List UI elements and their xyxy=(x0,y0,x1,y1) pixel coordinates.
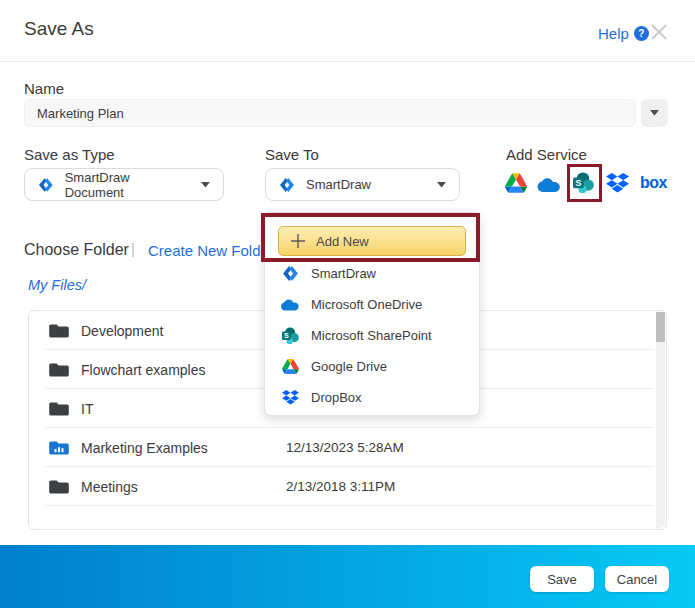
menu-item-label: SmartDraw xyxy=(311,266,376,281)
choose-folder-label: Choose Folder xyxy=(24,241,129,259)
menu-item-onedrive[interactable]: Microsoft OneDrive xyxy=(278,289,471,320)
menu-item-label: DropBox xyxy=(311,390,362,405)
breadcrumb[interactable]: My Files/ xyxy=(28,277,86,293)
dropbox-icon[interactable] xyxy=(606,173,629,193)
folder-row-marketing-examples[interactable]: Marketing Examples 12/13/2023 5:28AM xyxy=(29,428,666,467)
dialog-title: Save As xyxy=(24,18,94,40)
shared-folder-icon xyxy=(49,440,69,456)
save-to-select[interactable]: SmartDraw xyxy=(265,168,460,201)
folder-name: Marketing Examples xyxy=(81,440,208,456)
menu-item-dropbox[interactable]: DropBox xyxy=(278,382,471,413)
smartdraw-icon xyxy=(279,177,295,193)
folder-date: 2/13/2018 3:11PM xyxy=(286,479,395,494)
save-button[interactable]: Save xyxy=(530,566,594,592)
sharepoint-icon xyxy=(281,327,300,344)
folder-bar-separator: | xyxy=(131,240,135,257)
google-drive-icon[interactable] xyxy=(505,173,527,193)
box-icon[interactable]: box xyxy=(640,174,667,192)
scrollbar-thumb[interactable] xyxy=(656,312,665,342)
help-link[interactable]: Help ? xyxy=(598,25,649,42)
add-new-label: Add New xyxy=(316,234,369,249)
help-label: Help xyxy=(598,25,629,42)
sharepoint-icon[interactable] xyxy=(573,172,594,193)
folder-name: Meetings xyxy=(81,479,138,495)
save-as-dialog: Save As Help ? Name Save as Type SmartDr… xyxy=(0,0,695,608)
menu-item-google-drive[interactable]: Google Drive xyxy=(278,351,471,382)
name-input[interactable] xyxy=(24,99,636,127)
name-label: Name xyxy=(24,80,64,97)
add-service-label: Add Service xyxy=(506,146,587,163)
chevron-down-icon xyxy=(437,182,446,188)
chevron-down-icon xyxy=(201,182,210,188)
folder-name: IT xyxy=(81,401,93,417)
menu-item-label: Microsoft SharePoint xyxy=(311,328,432,343)
save-to-menu-items: SmartDraw Microsoft OneDrive Microsoft S… xyxy=(278,258,471,413)
folder-icon xyxy=(49,323,69,339)
folder-name: Flowchart examples xyxy=(81,362,206,378)
add-new-menu-item[interactable]: Add New xyxy=(278,226,466,256)
dropbox-icon xyxy=(281,390,300,405)
save-to-dropdown-menu: Add New SmartDraw Microsoft OneDrive Mic… xyxy=(264,212,480,416)
folder-icon xyxy=(49,401,69,417)
scrollbar-track[interactable] xyxy=(656,312,665,528)
folder-row-meetings[interactable]: Meetings 2/13/2018 3:11PM xyxy=(29,467,666,506)
menu-item-label: Microsoft OneDrive xyxy=(311,297,422,312)
folder-icon xyxy=(49,362,69,378)
save-to-label: Save To xyxy=(265,146,319,163)
plus-icon xyxy=(291,234,305,248)
save-to-value: SmartDraw xyxy=(306,177,371,192)
save-as-type-select[interactable]: SmartDraw Document xyxy=(24,168,224,201)
onedrive-icon xyxy=(281,298,300,312)
menu-item-sharepoint[interactable]: Microsoft SharePoint xyxy=(278,320,471,351)
footer-bar: Save Cancel xyxy=(0,545,695,608)
smartdraw-icon xyxy=(281,265,300,282)
smartdraw-icon xyxy=(38,177,54,193)
folder-name: Development xyxy=(81,323,164,339)
cancel-button[interactable]: Cancel xyxy=(605,566,669,592)
header-divider xyxy=(0,61,695,62)
save-as-type-label: Save as Type xyxy=(24,146,115,163)
save-as-type-value: SmartDraw Document xyxy=(65,170,190,200)
folder-icon xyxy=(49,479,69,495)
close-icon[interactable] xyxy=(650,23,668,41)
help-question-icon: ? xyxy=(634,26,649,41)
folder-date: 12/13/2023 5:28AM xyxy=(286,440,404,455)
chevron-down-icon xyxy=(650,110,659,116)
menu-item-label: Google Drive xyxy=(311,359,387,374)
google-drive-icon xyxy=(281,359,300,374)
name-dropdown-button[interactable] xyxy=(641,99,668,127)
create-new-folder-link[interactable]: Create New Folder xyxy=(148,242,274,259)
menu-item-smartdraw[interactable]: SmartDraw xyxy=(278,258,471,289)
onedrive-icon[interactable] xyxy=(537,177,562,193)
